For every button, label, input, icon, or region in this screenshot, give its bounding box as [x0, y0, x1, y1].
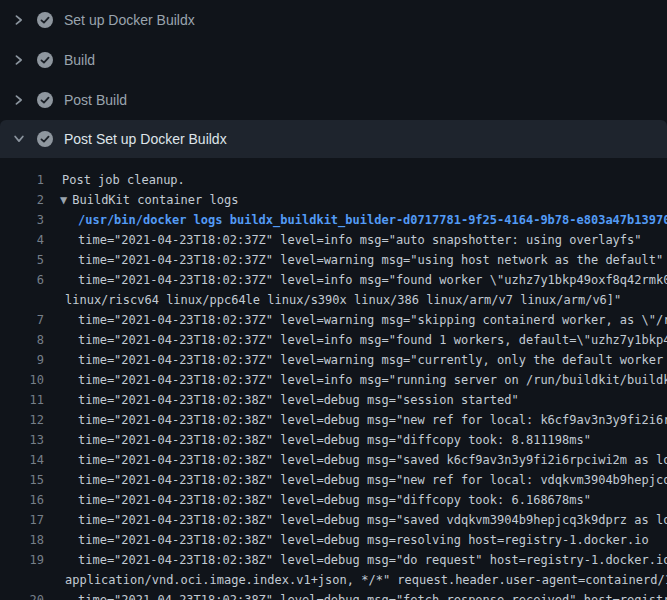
log-line: 7time="2021-04-23T18:02:37Z" level=warni… — [0, 310, 667, 330]
log-line: 17time="2021-04-23T18:02:38Z" level=debu… — [0, 510, 667, 530]
step-header-post-build[interactable]: Post Build — [0, 80, 667, 120]
log-text: time="2021-04-23T18:02:38Z" level=debug … — [78, 510, 667, 530]
log-line: 6time="2021-04-23T18:02:37Z" level=info … — [0, 270, 667, 290]
group-toggle-icon[interactable]: ▼ — [60, 190, 67, 210]
log-text: time="2021-04-23T18:02:37Z" level=info m… — [78, 270, 667, 290]
line-number[interactable]: 9 — [0, 350, 44, 370]
log-text: application/vnd.oci.image.index.v1+json,… — [65, 570, 667, 590]
log-text: time="2021-04-23T18:02:37Z" level=warnin… — [78, 250, 663, 270]
log-text: time="2021-04-23T18:02:38Z" level=debug … — [78, 410, 667, 430]
line-number — [0, 570, 44, 590]
line-number[interactable]: 4 — [0, 230, 44, 250]
line-number[interactable]: 6 — [0, 270, 44, 290]
log-line: 3/usr/bin/docker logs buildx_buildkit_bu… — [0, 210, 667, 230]
log-text: linux/riscv64 linux/ppc64le linux/s390x … — [65, 290, 621, 310]
log-line: 12time="2021-04-23T18:02:38Z" level=debu… — [0, 410, 667, 430]
line-number[interactable]: 12 — [0, 410, 44, 430]
check-circle-icon — [37, 12, 53, 28]
line-number[interactable]: 15 — [0, 470, 44, 490]
log-line: 9time="2021-04-23T18:02:37Z" level=warni… — [0, 350, 667, 370]
check-circle-icon — [37, 52, 53, 68]
log-text: time="2021-04-23T18:02:38Z" level=debug … — [78, 450, 667, 470]
log-line: 15time="2021-04-23T18:02:38Z" level=debu… — [0, 470, 667, 490]
line-number[interactable]: 10 — [0, 370, 44, 390]
log-line: 20time="2021-04-23T18:02:38Z" level=debu… — [0, 590, 667, 600]
chevron-right-icon — [13, 54, 25, 66]
log-text: time="2021-04-23T18:02:38Z" level=debug … — [78, 590, 667, 600]
log-text: time="2021-04-23T18:02:37Z" level=warnin… — [78, 310, 667, 330]
log-line-continuation: application/vnd.oci.image.index.v1+json,… — [0, 570, 667, 590]
steps-list: Set up Docker BuildxBuildPost BuildPost … — [0, 0, 667, 158]
log-text: Post job cleanup. — [62, 170, 185, 190]
line-number[interactable]: 2 — [0, 190, 44, 210]
log-line: 14time="2021-04-23T18:02:38Z" level=debu… — [0, 450, 667, 470]
log-line: 10time="2021-04-23T18:02:37Z" level=info… — [0, 370, 667, 390]
chevron-right-icon — [13, 14, 25, 26]
chevron-right-icon — [13, 94, 25, 106]
log-line: 2▼BuildKit container logs — [0, 190, 667, 210]
log-text: time="2021-04-23T18:02:38Z" level=debug … — [78, 470, 667, 490]
log-text: time="2021-04-23T18:02:37Z" level=info m… — [78, 330, 667, 350]
log-text: time="2021-04-23T18:02:37Z" level=warnin… — [78, 350, 667, 370]
log-line: 4time="2021-04-23T18:02:37Z" level=info … — [0, 230, 667, 250]
line-number[interactable]: 18 — [0, 530, 44, 550]
log-line: 1Post job cleanup. — [0, 170, 667, 190]
line-number[interactable]: 14 — [0, 450, 44, 470]
line-number[interactable]: 16 — [0, 490, 44, 510]
log-line: 5time="2021-04-23T18:02:37Z" level=warni… — [0, 250, 667, 270]
log-area: 1Post job cleanup.2▼BuildKit container l… — [0, 158, 667, 600]
line-number[interactable]: 1 — [0, 170, 44, 190]
log-text: time="2021-04-23T18:02:38Z" level=debug … — [78, 550, 667, 570]
line-number[interactable]: 11 — [0, 390, 44, 410]
log-line: 16time="2021-04-23T18:02:38Z" level=debu… — [0, 490, 667, 510]
log-text: time="2021-04-23T18:02:38Z" level=debug … — [78, 430, 591, 450]
check-circle-icon — [37, 92, 53, 108]
log-line: 8time="2021-04-23T18:02:37Z" level=info … — [0, 330, 667, 350]
chevron-down-icon — [13, 133, 25, 145]
line-number[interactable]: 8 — [0, 330, 44, 350]
line-number — [0, 290, 44, 310]
log-text: time="2021-04-23T18:02:37Z" level=info m… — [78, 230, 642, 250]
log-line: 13time="2021-04-23T18:02:38Z" level=debu… — [0, 430, 667, 450]
step-label: Build — [64, 52, 95, 68]
line-number[interactable]: 17 — [0, 510, 44, 530]
log-text: time="2021-04-23T18:02:38Z" level=debug … — [78, 490, 591, 510]
line-number[interactable]: 20 — [0, 590, 44, 600]
line-number[interactable]: 19 — [0, 550, 44, 570]
log-text: time="2021-04-23T18:02:38Z" level=debug … — [78, 390, 519, 410]
step-header-build[interactable]: Build — [0, 40, 667, 80]
log-line: 18time="2021-04-23T18:02:38Z" level=debu… — [0, 530, 667, 550]
log-command-text: /usr/bin/docker logs buildx_buildkit_bui… — [78, 210, 667, 230]
step-header-set-up-docker-buildx[interactable]: Set up Docker Buildx — [0, 0, 667, 40]
log-text: time="2021-04-23T18:02:38Z" level=debug … — [78, 530, 649, 550]
log-line: 19time="2021-04-23T18:02:38Z" level=debu… — [0, 550, 667, 570]
step-header-post-set-up-docker-buildx[interactable]: Post Set up Docker Buildx — [0, 120, 667, 158]
log-line: 11time="2021-04-23T18:02:38Z" level=debu… — [0, 390, 667, 410]
step-label: Set up Docker Buildx — [64, 12, 195, 28]
line-number[interactable]: 5 — [0, 250, 44, 270]
step-label: Post Set up Docker Buildx — [64, 131, 227, 147]
line-number[interactable]: 13 — [0, 430, 44, 450]
line-number[interactable]: 7 — [0, 310, 44, 330]
log-text: time="2021-04-23T18:02:37Z" level=info m… — [78, 370, 667, 390]
check-circle-icon — [37, 131, 53, 147]
log-text: BuildKit container logs — [72, 190, 238, 210]
line-number[interactable]: 3 — [0, 210, 44, 230]
step-label: Post Build — [64, 92, 127, 108]
log-line-continuation: linux/riscv64 linux/ppc64le linux/s390x … — [0, 290, 667, 310]
